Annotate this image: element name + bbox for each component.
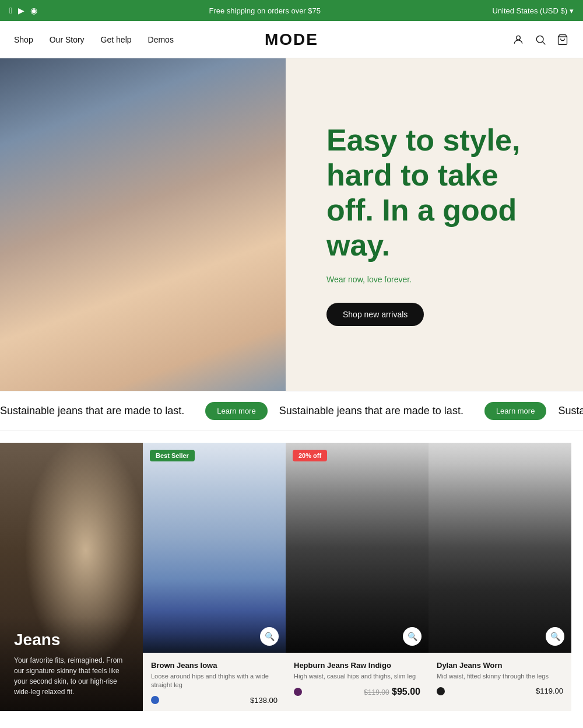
product-desc-2: High waist, casual hips and thighs, slim… [294, 672, 420, 681]
marquee-text-3: Sustainable jeans that are made to last. [558, 405, 583, 417]
product-price-3: $119.00 [536, 687, 563, 695]
hero-subtitle: Wear now, love forever. [326, 275, 548, 284]
main-nav: Shop Our Story Get help Demos MODE [0, 21, 583, 58]
product-info-1: Brown Jeans Iowa Loose around hips and t… [143, 653, 286, 710]
hero-image [0, 58, 286, 391]
product-info-2: Hepburn Jeans Raw Indigo High waist, cas… [286, 653, 429, 703]
region-text: United States (USD $) [492, 6, 567, 15]
hero-section: Easy to style, hard to take off. In a go… [0, 58, 583, 391]
products-grid: Jeans Your favorite fits, reimagined. Fr… [0, 443, 583, 711]
hero-content: Easy to style, hard to take off. In a go… [286, 58, 583, 391]
original-price-2: $119.00 [364, 688, 389, 696]
social-icons:  ▶ ◉ [9, 6, 37, 15]
category-title: Jeans [14, 631, 129, 649]
marquee-bar: Sustainable jeans that are made to last.… [0, 391, 583, 431]
product-footer-2: $119.00 $95.00 [294, 687, 420, 697]
svg-point-0 [517, 36, 521, 40]
product-price-2: $119.00 $95.00 [364, 687, 420, 697]
nav-our-story[interactable]: Our Story [50, 35, 85, 44]
svg-point-1 [536, 36, 543, 43]
marquee-text-2: Sustainable jeans that are made to last. [279, 405, 473, 417]
product-desc-1: Loose around hips and thighs with a wide… [151, 672, 278, 690]
shipping-text: Free shipping on orders over $75 [209, 6, 321, 15]
products-section: ‹ › Jeans Your favorite fits, reimagined… [0, 431, 583, 723]
color-swatch-1[interactable] [151, 696, 159, 704]
hero-model-photo [0, 58, 286, 391]
product-name-2: Hepburn Jeans Raw Indigo [294, 661, 420, 670]
search-icon[interactable] [534, 33, 547, 46]
svg-line-2 [543, 41, 546, 44]
nav-actions [512, 33, 569, 46]
chevron-down-icon: ▾ [570, 6, 574, 15]
product-desc-3: Mid waist, fitted skinny through the leg… [437, 672, 563, 681]
youtube-icon[interactable]: ▶ [18, 6, 24, 15]
product-image-hepburn: 20% off 🔍 [286, 443, 429, 653]
product-card-brown-jeans: Best Seller 🔍 Brown Jeans Iowa Loose aro… [143, 443, 286, 711]
nav-get-help[interactable]: Get help [101, 35, 132, 44]
nav-shop[interactable]: Shop [14, 35, 33, 44]
shipping-banner: Free shipping on orders over $75 [37, 6, 492, 15]
product-price-1: $138.00 [250, 696, 278, 705]
top-bar:  ▶ ◉ Free shipping on orders over $75 U… [0, 0, 583, 21]
product-photo-1 [143, 443, 286, 653]
product-footer-3: $119.00 [437, 687, 563, 695]
sale-badge: 20% off [293, 450, 327, 461]
fit-marquee: Find your favorite Tomorrow jeans fit. F… [0, 723, 583, 728]
category-overlay: Jeans Your favorite fits, reimagined. Fr… [0, 617, 143, 711]
product-name-1: Brown Jeans Iowa [151, 661, 278, 670]
nav-demos[interactable]: Demos [148, 35, 174, 44]
product-image-dylan: 🔍 [429, 443, 571, 653]
zoom-button-3[interactable]: 🔍 [546, 627, 564, 646]
product-card-dylan: 🔍 Dylan Jeans Worn Mid waist, fitted ski… [429, 443, 571, 711]
product-image-brown-jeans: Best Seller 🔍 [143, 443, 286, 653]
bestseller-badge: Best Seller [150, 450, 195, 461]
zoom-button-1[interactable]: 🔍 [260, 627, 279, 646]
learn-more-button[interactable]: Learn more [205, 402, 267, 420]
shop-new-arrivals-button[interactable]: Shop new arrivals [326, 303, 424, 326]
instagram-icon[interactable]: ◉ [30, 6, 37, 15]
category-bg: Jeans Your favorite fits, reimagined. Fr… [0, 443, 143, 711]
product-card-hepburn: 20% off 🔍 Hepburn Jeans Raw Indigo High … [286, 443, 429, 711]
product-info-3: Dylan Jeans Worn Mid waist, fitted skinn… [429, 653, 571, 701]
product-name-3: Dylan Jeans Worn [437, 661, 563, 670]
hero-title: Easy to style, hard to take off. In a go… [326, 123, 548, 262]
site-logo[interactable]: MODE [265, 30, 318, 49]
category-description: Your favorite fits, reimagined. From our… [14, 655, 129, 697]
color-swatch-3[interactable] [437, 687, 445, 695]
marquee-inner: Sustainable jeans that are made to last.… [0, 402, 583, 420]
cart-icon[interactable] [556, 33, 569, 46]
category-card-jeans: Jeans Your favorite fits, reimagined. Fr… [0, 443, 143, 711]
account-icon[interactable] [512, 33, 525, 46]
color-swatch-2[interactable] [294, 688, 302, 696]
learn-more-button-2[interactable]: Learn more [484, 402, 546, 420]
zoom-button-2[interactable]: 🔍 [403, 627, 422, 646]
marquee-text-1: Sustainable jeans that are made to last. [0, 405, 194, 417]
region-selector[interactable]: United States (USD $) ▾ [492, 6, 574, 15]
nav-links: Shop Our Story Get help Demos [14, 35, 174, 44]
sale-price-2: $95.00 [392, 687, 420, 696]
facebook-icon[interactable]:  [9, 6, 12, 15]
product-footer-1: $138.00 [151, 696, 278, 705]
